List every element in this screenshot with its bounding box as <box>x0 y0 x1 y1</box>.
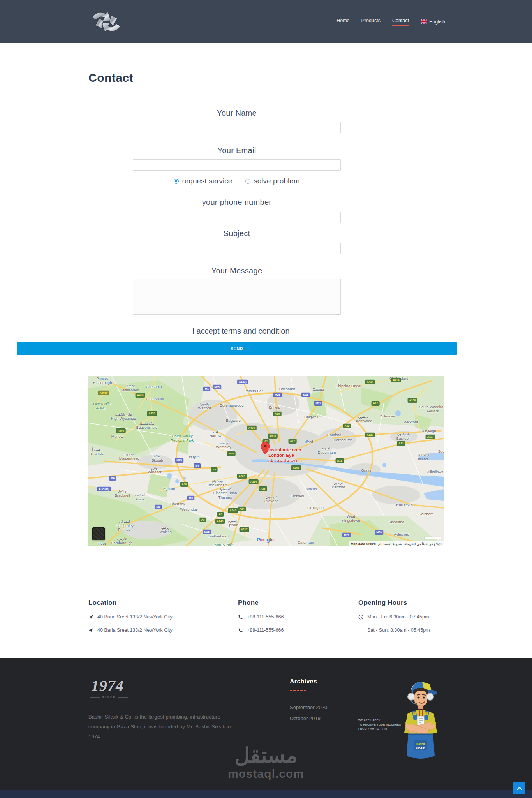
scroll-to-top-button[interactable] <box>513 782 525 794</box>
map-road-badge-a4010: A4010 <box>98 391 109 395</box>
page-title: Contact <box>88 71 133 85</box>
map-road-badge-a13: A13 <box>336 458 344 463</box>
nav-link-products[interactable]: Products <box>361 18 381 26</box>
map-road-badge-a12: A12 <box>289 439 297 444</box>
radio-selected-icon[interactable] <box>174 179 179 184</box>
map-road-badge-a24: A24 <box>238 507 246 511</box>
resize-grip-icon[interactable] <box>336 312 340 315</box>
radio-option-label: solve problem <box>254 177 299 185</box>
map-pin-label[interactable]: lastminute.com London Eye دولاب هواء مذه… <box>268 447 302 462</box>
map-attribution-arabic[interactable]: الإبلاغ عن خطأ في الخريطة | شروط الاستخد… <box>378 542 442 546</box>
terms-check-row[interactable]: I accept terms and condition <box>184 326 289 336</box>
mostaql-watermark: مستقل mostaql.com <box>0 744 532 780</box>
map-road-badge-a12: A12 <box>372 401 380 406</box>
map-road-badge-a329m: A329(M) <box>97 487 111 491</box>
map-road-badge-m11: M11 <box>314 401 322 406</box>
message-wrap <box>133 279 341 316</box>
radio-option-solve-problem[interactable]: solve problem <box>245 177 299 185</box>
clock-icon <box>358 615 363 620</box>
map-road-badge-a40: A40 <box>227 451 236 456</box>
email-label: Your Email <box>218 145 256 155</box>
map-road-badge-a217: A217 <box>240 527 249 532</box>
map-road-badge-a406: A406 <box>247 426 257 430</box>
pin-label-line1: lastminute.com <box>268 447 302 453</box>
phone-icon <box>238 628 243 633</box>
info-column-location: Location40 Baria Sreet 133/2 NewYork Cit… <box>88 595 173 633</box>
uk-flag-icon <box>421 19 427 24</box>
map-road-badge-a12: A12 <box>343 424 351 428</box>
archive-link-september-2020[interactable]: September 2020 <box>290 705 327 710</box>
map-road-badge-a10: A10 <box>273 412 282 416</box>
archives-title: Archives <box>290 678 317 685</box>
map-road-badge-m25: M25 <box>213 385 221 389</box>
terms-checkbox[interactable] <box>184 329 188 333</box>
location-arrow-icon <box>88 628 93 633</box>
map-road-badge-a127: A127 <box>426 435 435 439</box>
google-logo-letter: e <box>271 537 274 543</box>
map-road-badge-a102: A102 <box>291 465 301 470</box>
name-label: Your Name <box>217 108 257 118</box>
site-header: HomeProductsContact English <box>0 0 532 43</box>
info-row: 40 Baria Sreet 133/2 NewYork City <box>88 627 173 633</box>
subject-label: Subject <box>224 228 250 238</box>
nav-items: HomeProductsContact <box>336 18 409 26</box>
name-input[interactable] <box>133 122 341 133</box>
map-road-badge-a3: A3 <box>217 512 224 517</box>
chevron-up-icon <box>517 787 522 790</box>
info-row: 40 Baria Sreet 133/2 NewYork City <box>88 614 173 620</box>
map-road-badge-m3: M3 <box>187 496 194 500</box>
map-road-badge-m25: M25 <box>175 458 183 463</box>
info-row-text: 40 Baria Sreet 133/2 NewYork City <box>97 627 173 633</box>
map-road-badge-a127: A127 <box>365 433 375 437</box>
map-road-badge-a214: A214 <box>249 479 259 484</box>
map-road-badge-a23: A23 <box>259 486 267 491</box>
message-textarea[interactable] <box>133 279 341 315</box>
info-row-text: +88-111-555-666 <box>247 627 284 633</box>
google-map[interactable]: Princes RisboroughGreat MissendenChesham… <box>88 376 444 546</box>
map-road-badge-a3: A3 <box>200 518 206 522</box>
bottom-bar <box>0 790 532 798</box>
email-input[interactable] <box>133 159 341 171</box>
info-row-text: Mon - Fri: 6:30am - 07:45pm <box>367 614 429 620</box>
map-road-badge-m25: M25 <box>203 530 211 534</box>
archives-list: September 2020October 2019 <box>290 705 327 721</box>
google-logo[interactable]: Google <box>257 537 274 543</box>
map-road-badge-a243: A243 <box>215 519 225 524</box>
map-road-badge-a4: A4 <box>211 467 218 472</box>
map-road-badge-a205: A205 <box>237 474 247 479</box>
archive-link-october-2019[interactable]: October 2019 <box>290 715 327 721</box>
map-road-badge-m26: M26 <box>342 533 351 537</box>
watermark-arabic: مستقل <box>0 744 532 766</box>
service-type-radio-group: request servicesolve problem <box>174 176 299 186</box>
terms-label: I accept terms and condition <box>192 327 289 336</box>
info-column-title: Opening Hours <box>358 599 430 607</box>
contact-info-section: Location40 Baria Sreet 133/2 NewYork Cit… <box>0 595 532 646</box>
info-row-text: Sat - Sun: 8:30am - 05:45pm <box>367 627 430 633</box>
nav-link-home[interactable]: Home <box>336 18 349 26</box>
site-footer: 1974 SINCE Bashir Siksik & Co. is the la… <box>0 658 532 790</box>
info-row: +88-111-555-666 <box>238 627 284 633</box>
main-nav: HomeProductsContact English <box>336 18 445 26</box>
footer-about-text: Bashir Siksik & Co. is the largest plumb… <box>88 712 236 742</box>
send-button[interactable]: SEND <box>17 342 457 355</box>
contact-form: Your Name Your Email request servicesolv… <box>17 108 457 355</box>
radio-unselected-icon[interactable] <box>245 179 250 184</box>
map-road-badge-a414: A414 <box>365 380 375 384</box>
language-switcher[interactable]: English <box>421 19 445 25</box>
nav-link-contact[interactable]: Contact <box>392 18 409 26</box>
radio-option-request-service[interactable]: request service <box>174 177 232 185</box>
since-1974-logo: 1974 <box>91 676 124 695</box>
map-attribution: Map data ©2020 الإبلاغ عن خطأ في الخريطة… <box>349 541 444 546</box>
map-road-badges: M25M25M25M25M25M1M11A1(M)M3M3M4M4A329(M)… <box>88 376 444 546</box>
subject-input[interactable] <box>133 243 341 254</box>
map-road-badge-a240: A240 <box>228 508 238 513</box>
map-data-text: Map data ©2020 <box>351 542 375 546</box>
phone-input[interactable] <box>133 212 341 223</box>
map-road-badge-a1m: A1(M) <box>237 380 248 384</box>
info-column-phone: Phone+88-111-555-666+88-111-555-666 <box>238 595 284 633</box>
map-road-badge-m1: M1 <box>203 387 210 391</box>
header-inner: HomeProductsContact English <box>88 0 445 43</box>
archives-underline <box>290 690 306 691</box>
satellite-view-toggle[interactable] <box>92 527 105 540</box>
company-logo[interactable] <box>88 7 124 37</box>
